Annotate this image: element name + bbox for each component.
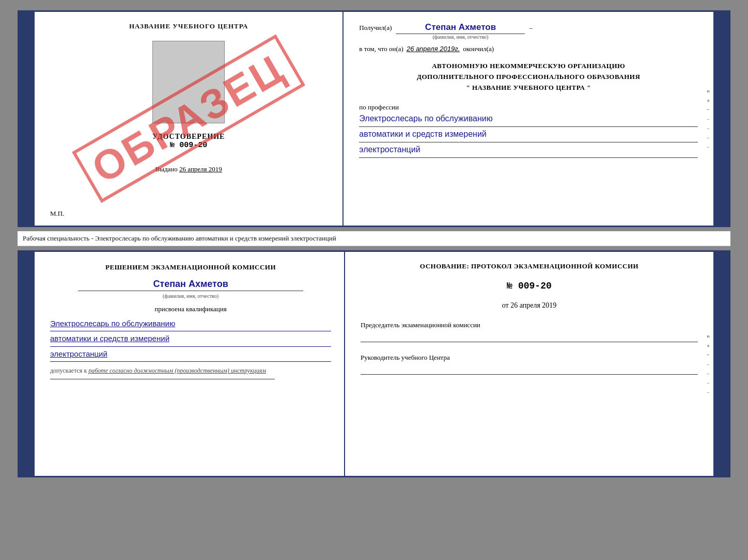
cert-type-label: УДОСТОВЕРЕНИЕ bbox=[152, 133, 225, 141]
profession-line1: Электрослесарь по обслуживанию bbox=[359, 111, 698, 127]
top-certificate: НАЗВАНИЕ УЧЕБНОГО ЦЕНТРА УДОСТОВЕРЕНИЕ №… bbox=[18, 10, 730, 227]
finished-label: окончил(а) bbox=[463, 45, 494, 53]
org-line1: АВТОНОМНУЮ НЕКОММЕРЧЕСКУЮ ОРГАНИЗАЦИЮ bbox=[359, 61, 698, 72]
allowed-block: допускается к работе согласно должностны… bbox=[50, 367, 331, 375]
specialty-text: Рабочая специальность - Электрослесарь п… bbox=[18, 231, 730, 246]
chairman-signature-line bbox=[361, 332, 698, 342]
bottom-spine-right bbox=[713, 252, 729, 476]
profession-label: по профессии bbox=[359, 103, 698, 111]
spine-left bbox=[19, 12, 35, 226]
qual-line2: автоматики и средств измерений bbox=[50, 331, 331, 347]
fio-hint-top: (фамилия, имя, отчество) bbox=[433, 34, 489, 40]
allowed-text: работе согласно должностным (производств… bbox=[88, 367, 266, 374]
document-container: НАЗВАНИЕ УЧЕБНОГО ЦЕНТРА УДОСТОВЕРЕНИЕ №… bbox=[18, 10, 730, 477]
bottom-left-panel: Решением экзаменационной комиссии Степан… bbox=[35, 252, 345, 476]
spine-right bbox=[713, 12, 729, 226]
protocol-number: № 009-20 bbox=[361, 281, 698, 291]
bottom-spine-left bbox=[19, 252, 35, 476]
completed-date: 26 апреля 2019г. bbox=[407, 45, 460, 53]
profession-line3: электростанций bbox=[359, 142, 698, 158]
bottom-right-panel: Основание: протокол экзаменационной коми… bbox=[345, 252, 713, 476]
head-label: Руководитель учебного Центра bbox=[361, 354, 698, 362]
chairman-label: Председатель экзаменационной комиссии bbox=[361, 321, 698, 329]
allowed-prefix: допускается к bbox=[50, 367, 87, 374]
basis-label: Основание: протокол экзаменационной коми… bbox=[361, 262, 698, 270]
bottom-fio-label: (фамилия, имя, отчество) bbox=[163, 293, 219, 299]
top-right-panel: Получил(а) Степан Ахметов (фамилия, имя,… bbox=[344, 12, 713, 226]
date-prefix: от bbox=[502, 301, 509, 309]
received-label: Получил(а) bbox=[359, 24, 392, 32]
chairman-block: Председатель экзаменационной комиссии bbox=[361, 321, 698, 342]
bottom-vert-right-text: и а ← – – – – bbox=[704, 252, 712, 476]
head-block: Руководитель учебного Центра bbox=[361, 354, 698, 375]
issued-date: 26 апреля 2019 bbox=[179, 165, 222, 173]
mp-label: М.П. bbox=[50, 210, 64, 218]
org-line3: " НАЗВАНИЕ УЧЕБНОГО ЦЕНТРА " bbox=[359, 83, 698, 93]
in-that-line: в том, что он(а) 26 апреля 2019г. окончи… bbox=[359, 45, 698, 53]
cert-issued: Выдано 26 апреля 2019 bbox=[155, 165, 222, 173]
dash-right: – bbox=[529, 24, 533, 32]
bottom-person-name: Степан Ахметов bbox=[78, 279, 303, 291]
protocol-date: от 26 апреля 2019 bbox=[361, 301, 698, 310]
qualification-label: присвоена квалификация bbox=[50, 305, 331, 313]
cert-number: № 009-20 bbox=[170, 141, 207, 150]
qual-line3: электростанций bbox=[50, 347, 331, 362]
org-block: АВТОНОМНУЮ НЕКОММЕРЧЕСКУЮ ОРГАНИЗАЦИЮ ДО… bbox=[359, 61, 698, 93]
profession-line2: автоматики и средств измерений bbox=[359, 127, 698, 142]
photo-placeholder bbox=[152, 41, 225, 123]
person-name-top: Степан Ахметов bbox=[396, 22, 525, 34]
head-signature-line bbox=[361, 364, 698, 375]
decision-title: Решением экзаменационной комиссии bbox=[50, 262, 331, 273]
qual-line1: Электрослесарь по обслуживанию bbox=[50, 316, 331, 332]
in-that-label: в том, что он(а) bbox=[359, 45, 403, 53]
bottom-certificate: Решением экзаменационной комиссии Степан… bbox=[18, 250, 730, 477]
org-line2: ДОПОЛНИТЕЛЬНОГО ПРОФЕССИОНАЛЬНОГО ОБРАЗО… bbox=[359, 72, 698, 83]
profession-block: по профессии Электрослесарь по обслужива… bbox=[359, 103, 698, 157]
protocol-date-value: 26 апреля 2019 bbox=[510, 301, 556, 309]
top-left-panel: НАЗВАНИЕ УЧЕБНОГО ЦЕНТРА УДОСТОВЕРЕНИЕ №… bbox=[35, 12, 344, 226]
issued-label: Выдано bbox=[155, 165, 178, 173]
vert-right-text: и а ← – – – – bbox=[704, 12, 712, 226]
cert-school-title: НАЗВАНИЕ УЧЕБНОГО ЦЕНТРА bbox=[129, 22, 248, 30]
